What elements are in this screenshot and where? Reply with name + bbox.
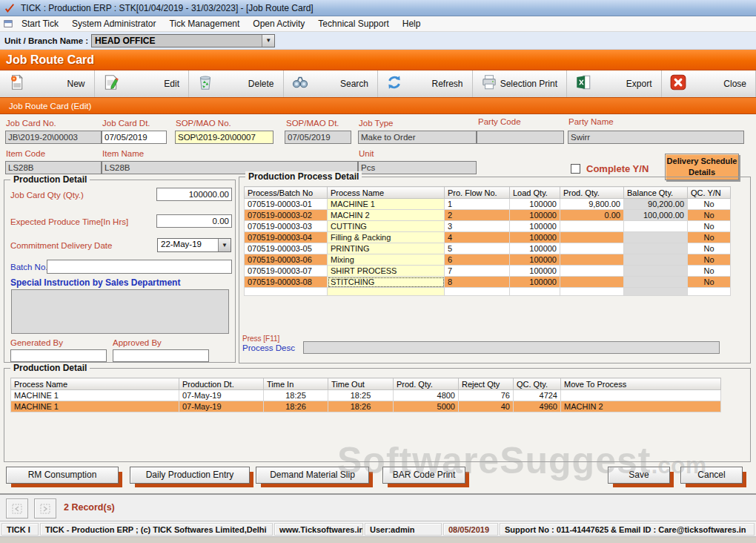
production-table: Process NameProduction Dt.Time InTime Ou… — [10, 378, 721, 412]
production-detail-table-group: Production Detail Process NameProduction… — [4, 368, 751, 462]
cancel-button[interactable]: Cancel — [680, 467, 743, 484]
chevron-down-icon[interactable]: ▼ — [218, 239, 231, 251]
status-support-segment: Support No : 011-41447625 & Email ID : C… — [500, 523, 755, 536]
process-table: Process/Batch NoProcess NamePro. Flow No… — [244, 186, 731, 296]
table-row[interactable]: 070519-00003-07SHIRT PROCESS7100000No — [245, 266, 731, 277]
mdi-child-icon — [3, 19, 13, 29]
table-row[interactable]: 070519-00003-02MACHIN 221000000.00100,00… — [245, 210, 731, 221]
production-process-detail-group: Production Process Detail Process/Batch … — [239, 177, 751, 363]
batch-no-label: Batch No. — [10, 263, 48, 272]
menu-start-tick[interactable]: Start Tick — [15, 17, 65, 30]
production-detail-group-title: Production Detail — [10, 174, 90, 185]
generated-by-field[interactable] — [10, 349, 107, 362]
sop-dt-label: SOP/MAO Dt. — [286, 119, 339, 128]
party-name-field: Swirr — [568, 131, 744, 144]
edit-button[interactable]: Edit — [95, 70, 190, 97]
table-row[interactable]: 070519-00003-06Mixing6100000No — [245, 254, 731, 266]
title-bar: TICK : Production ERP : STK[01/04/2019 -… — [0, 0, 756, 16]
edit-mode-bar: Job Route Card (Edit) — [0, 98, 756, 114]
menu-technical-support[interactable]: Technical Support — [311, 17, 395, 30]
job-card-dt-field[interactable]: 07/05/2019 — [102, 131, 167, 144]
delivery-date-value: 22-May-19 — [158, 239, 218, 251]
branch-row: Unit / Branch Name : HEAD OFFICE ▼ — [0, 32, 756, 50]
bar-code-print-button[interactable]: BAR Code Print — [382, 467, 465, 484]
refresh-button-label: Refresh — [431, 79, 462, 89]
table-row[interactable]: 070519-00003-03CUTTING3100000No — [245, 221, 731, 232]
refresh-button[interactable]: Refresh — [378, 70, 473, 97]
selection-print-button-label: Selection Print — [500, 79, 557, 89]
demand-material-slip-button[interactable]: Demand Material Slip — [256, 467, 369, 484]
job-card-no-field: JB\2019-20\00003 — [5, 131, 102, 144]
table-row[interactable]: MACHINE 107-May-1918:2618:265000404960MA… — [11, 401, 721, 412]
produce-time-label: Expected Produce Time[In Hrs] — [10, 217, 128, 226]
process-desc-field — [303, 341, 720, 354]
column-header: Production Dt. — [179, 378, 264, 390]
table-row[interactable]: MACHINE 107-May-1918:2518:254800764724 — [11, 390, 721, 401]
search-button[interactable]: Search — [284, 70, 379, 97]
window-bottom-strip — [0, 536, 756, 543]
batch-no-field[interactable] — [47, 260, 232, 274]
unit-label: Unit — [359, 149, 374, 158]
rm-consumption-button[interactable]: RM Consumption — [6, 467, 119, 484]
item-code-label: Item Code — [6, 149, 45, 158]
branch-label: Unit / Branch Name : — [4, 36, 88, 45]
menu-system-administrator[interactable]: System Administrator — [65, 17, 162, 30]
delete-button[interactable]: Delete — [189, 70, 284, 97]
column-header: Prod. Qty. — [394, 378, 459, 390]
generated-by-label: Generated By — [10, 338, 63, 347]
export-button-label: Export — [626, 79, 652, 89]
selection-print-button[interactable]: Selection Print — [473, 70, 568, 97]
edit-button-label: Edit — [164, 79, 179, 89]
recycle-bin-icon — [196, 73, 214, 94]
column-header: Load Qty. — [510, 187, 560, 199]
edit-document-icon — [102, 73, 120, 94]
press-f11-label: Press [F11] — [242, 335, 279, 343]
new-button[interactable]: New — [0, 70, 95, 97]
table-row[interactable] — [245, 288, 731, 296]
special-instruction-field — [11, 289, 229, 334]
job-type-label: Job Type — [359, 119, 393, 128]
job-card-qty-field[interactable]: 100000.00 — [156, 188, 232, 201]
production-detail-table-title: Production Detail — [10, 363, 90, 373]
nav-first-record-button[interactable] — [6, 498, 28, 519]
job-card-no-label: Job Card No. — [6, 119, 56, 128]
close-button[interactable]: Close — [662, 70, 756, 97]
status-website-segment: www.Ticksoftwares.in — [274, 523, 363, 536]
production-process-detail-title: Production Process Detail — [245, 171, 362, 182]
toolbar: New Edit Delete Search Refresh Selection… — [0, 70, 756, 98]
special-instruction-label: Special Instruction by Sales Department — [10, 277, 180, 288]
column-header: Process Name — [328, 187, 445, 199]
item-name-label: Item Name — [102, 149, 144, 158]
search-button-label: Search — [340, 79, 368, 89]
page-header: Job Route Card — [0, 50, 756, 70]
save-button[interactable]: Save — [608, 467, 670, 484]
new-button-label: New — [67, 79, 84, 89]
delete-button-label: Delete — [248, 79, 274, 89]
complete-checkbox[interactable] — [571, 164, 580, 174]
menu-tick-management[interactable]: Tick Management — [162, 17, 246, 30]
table-row[interactable]: 070519-00003-05PRINTING5100000No — [245, 243, 731, 254]
produce-time-field[interactable]: 0.00 — [156, 214, 232, 228]
window-title: TICK : Production ERP : STK[01/04/2019 -… — [21, 3, 314, 13]
status-user-segment: User:admin — [365, 523, 442, 536]
record-count: 2 Record(s) — [64, 502, 115, 513]
status-date-segment: 08/05/2019 — [443, 523, 498, 536]
new-document-icon — [7, 73, 25, 94]
sop-dt-field: 07/05/2019 — [285, 131, 351, 144]
chevron-down-icon[interactable]: ▼ — [262, 35, 274, 47]
branch-select[interactable]: HEAD OFFICE ▼ — [91, 34, 275, 47]
menu-open-activity[interactable]: Open Activity — [246, 17, 311, 30]
menu-help[interactable]: Help — [396, 17, 428, 30]
table-row[interactable]: 070519-00003-01MACHINE 111000009,800.009… — [245, 199, 731, 210]
export-button[interactable]: Export — [567, 70, 662, 97]
daily-production-entry-button[interactable]: Daily Production Entry — [130, 467, 250, 484]
table-row[interactable]: 070519-00003-08STITCHING8100000No — [245, 277, 731, 288]
column-header: Time In — [264, 378, 328, 390]
delivery-date-label: Commitment Delivery Date — [10, 241, 112, 250]
table-row[interactable]: 070519-00003-04Filling & Packing4100000N… — [245, 232, 731, 243]
nav-last-record-button[interactable] — [34, 498, 56, 519]
sop-no-field[interactable]: SOP\2019-20\00007 — [175, 131, 273, 144]
delivery-date-select[interactable]: 22-May-19 ▼ — [157, 238, 231, 252]
approved-by-field[interactable] — [113, 349, 209, 362]
close-button-label: Close — [723, 79, 746, 89]
